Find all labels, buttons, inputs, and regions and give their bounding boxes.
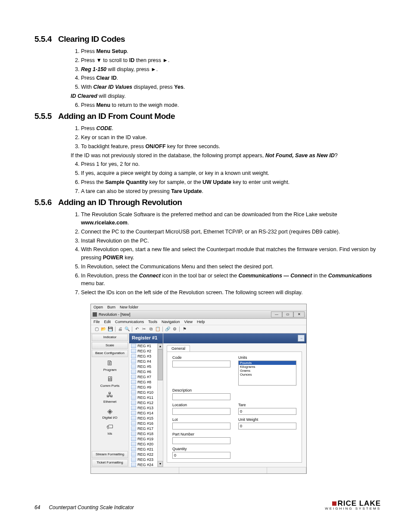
open-icon[interactable]: 📂 (100, 326, 106, 332)
print-icon[interactable]: 🖨 (117, 326, 123, 332)
txt: will display, press ►. (106, 66, 158, 72)
undo-icon[interactable]: ↶ (134, 326, 140, 332)
nav-indicator[interactable]: Indicator (92, 334, 128, 341)
new-icon[interactable]: ▢ (93, 326, 100, 332)
label-quantity: Quantity (172, 447, 230, 451)
txt: key for three seconds. (166, 143, 220, 149)
txt: Press 1 for yes, 2 for no. (81, 160, 381, 168)
cut-icon[interactable]: ✂ (141, 326, 147, 332)
section-title: Adding an ID Through Revolution (58, 198, 182, 207)
nav-digital-io[interactable]: Digital I/O (91, 416, 129, 421)
txt: ID (129, 57, 135, 63)
explorer-open[interactable]: Open (93, 305, 103, 309)
unit-grams[interactable]: Grams (239, 369, 296, 373)
input-unit-weight[interactable] (238, 423, 296, 429)
txt: Sample Quantity (105, 179, 148, 185)
settings-icon[interactable]: ⚙ (171, 326, 177, 332)
doc-title: Counterpart Counting Scale Indicator (49, 504, 134, 510)
maximize-icon[interactable]: ▭ (282, 311, 293, 317)
side-nav: Indicator Scale Base Configuration 🗎 Pro… (91, 333, 129, 467)
nav-program[interactable]: Program (91, 368, 129, 373)
minimize-icon[interactable]: — (271, 311, 282, 317)
menu-tools[interactable]: Tools (148, 320, 157, 324)
nav-ids[interactable]: Ids (91, 432, 129, 437)
save-icon[interactable]: 💾 (107, 326, 113, 332)
units-listbox[interactable]: Pounds Kilograms Grams Ounces (238, 361, 296, 386)
menu-navigation[interactable]: Navigation (162, 320, 180, 324)
nav-ethernet[interactable]: Ethernet (91, 400, 129, 405)
txt: Press ▼ to scroll to (81, 57, 129, 63)
unit-pounds[interactable]: Pounds (239, 361, 296, 365)
unit-kilograms[interactable]: Kilograms (239, 365, 296, 369)
panel-toggle-icon[interactable]: → (298, 335, 305, 342)
flag-icon[interactable]: ⚑ (181, 326, 187, 332)
txt: If yes, acquire a piece weight by doing … (81, 169, 381, 177)
input-location[interactable] (172, 408, 230, 415)
input-tare[interactable] (238, 408, 296, 415)
scroll-thumb[interactable] (158, 349, 163, 380)
menubar: File Edit Communications Tools Navigatio… (91, 319, 306, 325)
menu-edit[interactable]: Edit (104, 320, 111, 324)
nav-ticket-formatting[interactable]: Ticket Formatting (92, 459, 128, 467)
tab-general[interactable]: General (167, 345, 190, 352)
txt: ? (335, 152, 338, 159)
label-description: Description (172, 388, 230, 392)
menu-view[interactable]: View (184, 320, 193, 324)
menu-communications[interactable]: Communications (115, 320, 144, 324)
nav-base-configuration[interactable]: Base Configuration (92, 350, 128, 357)
txt: key for sample, or the (148, 179, 202, 185)
input-lot[interactable] (172, 423, 230, 429)
menu-help[interactable]: Help (197, 320, 205, 324)
close-icon[interactable]: ✕ (293, 311, 305, 317)
input-description[interactable] (172, 393, 230, 400)
window-titlebar: Revolution - [New] — ▭ ✕ (91, 311, 306, 319)
scroll-up-icon[interactable]: ▲ (158, 343, 163, 349)
label-location: Location (172, 403, 230, 407)
explorer-toolbar: Open Burn New folder (91, 304, 306, 311)
ids-icon: 🏷 (91, 422, 129, 432)
input-part-number[interactable] (172, 437, 230, 444)
scroll-down-icon[interactable]: ▼ (158, 461, 163, 467)
register-scrollbar[interactable]: ▲ ▼ (157, 343, 163, 467)
preview-icon[interactable]: 🔍 (124, 326, 130, 332)
brand-logo: RICE LAKE WEIGHING SYSTEMS (325, 500, 381, 510)
txt: Menu (96, 102, 110, 108)
copy-icon[interactable]: ⧉ (148, 326, 154, 332)
txt: In Revolution, select the Communications… (81, 263, 381, 271)
txt: Connect (139, 273, 161, 279)
menu-file[interactable]: File (93, 320, 100, 324)
nav-comm-ports[interactable]: Comm Ports (91, 384, 129, 389)
page-number: 64 (34, 504, 40, 510)
txt: Press (81, 75, 96, 81)
txt: Communications (328, 273, 372, 279)
statusbar (91, 467, 306, 473)
input-code[interactable] (172, 361, 230, 367)
logo-square-icon (332, 501, 336, 506)
paste-icon[interactable]: 📋 (155, 326, 161, 332)
nav-scale[interactable]: Scale (92, 342, 128, 349)
txt: displayed, press (132, 84, 174, 90)
txt: POWER (103, 255, 123, 261)
unit-ounces[interactable]: Ounces (239, 373, 296, 376)
txt: . (202, 188, 203, 194)
explorer-newfolder[interactable]: New folder (120, 305, 138, 309)
window-title: Revolution - [New] (99, 312, 131, 317)
txt: The Revolution Scale Software is the pre… (81, 212, 337, 218)
explorer-burn[interactable]: Burn (107, 305, 115, 309)
network-icon: 🖧 (91, 390, 129, 400)
connect-icon[interactable]: 🔗 (165, 326, 171, 332)
nav-stream-formatting[interactable]: Stream Formatting (92, 451, 128, 458)
section-title: Adding an ID From Count Mode (58, 112, 175, 121)
txt: icon in the tool bar or select the (161, 273, 239, 279)
logo-subtext: WEIGHING SYSTEMS (325, 507, 381, 510)
label-unit-weight: Unit Weight (238, 417, 296, 422)
section-body: Press CODE. Key or scan in the ID value.… (60, 124, 381, 195)
section-number: 5.5.6 (34, 198, 58, 207)
txt: UW Update (202, 179, 231, 185)
txt: in the (312, 273, 328, 279)
section-title: Clearing ID Codes (58, 34, 125, 44)
label-code: Code (172, 355, 230, 360)
section-body: The Revolution Scale Software is the pre… (60, 211, 381, 297)
input-quantity[interactable] (172, 452, 230, 459)
txt: Press (81, 48, 96, 54)
